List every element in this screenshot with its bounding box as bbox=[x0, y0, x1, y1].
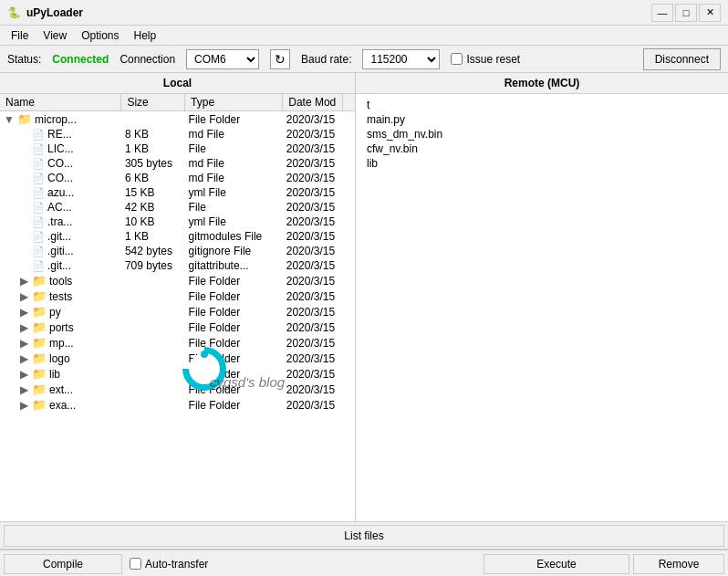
file-type: md File bbox=[185, 171, 283, 185]
table-row[interactable]: ▶📁libFile Folder2020/3/15 bbox=[0, 366, 355, 382]
expand-arrow-icon: ▶ bbox=[18, 306, 29, 319]
menu-view[interactable]: View bbox=[36, 27, 74, 44]
remove-button[interactable]: Remove bbox=[633, 554, 724, 574]
table-row[interactable]: 📄CO...305 bytesmd File2020/3/15 bbox=[0, 156, 355, 171]
file-size: 1 KB bbox=[121, 229, 185, 244]
file-type: File Folder bbox=[185, 273, 283, 288]
compile-button[interactable]: Compile bbox=[4, 554, 122, 574]
remote-tree[interactable]: tmain.pysms_dm_nv.bincfw_nv.binlib bbox=[356, 94, 728, 521]
table-row[interactable]: ▶📁logoFile Folder2020/3/15 bbox=[0, 351, 355, 366]
disconnect-button[interactable]: Disconnect bbox=[643, 48, 721, 70]
execute-button[interactable]: Execute bbox=[484, 554, 629, 574]
action-bar: Compile Auto-transfer Execute Remove bbox=[0, 550, 728, 576]
auto-transfer-label[interactable]: Auto-transfer bbox=[130, 558, 208, 571]
file-date: 2020/3/15 bbox=[283, 141, 343, 156]
table-row[interactable]: 📄.giti...542 bytesgitignore File2020/3/1… bbox=[0, 244, 355, 258]
file-icon: 📄 bbox=[32, 173, 45, 184]
file-date: 2020/3/15 bbox=[283, 171, 343, 185]
refresh-button[interactable]: ↻ bbox=[270, 49, 290, 69]
file-date: 2020/3/15 bbox=[283, 382, 343, 397]
watermark: cygsd's blog bbox=[210, 374, 285, 390]
menu-help[interactable]: Help bbox=[127, 27, 164, 44]
minimize-button[interactable]: — bbox=[651, 4, 673, 22]
expand-arrow-icon: ▶ bbox=[18, 399, 29, 412]
table-row[interactable]: ▶📁pyFile Folder2020/3/15 bbox=[0, 304, 355, 319]
file-date: 2020/3/15 bbox=[283, 127, 343, 141]
table-row[interactable]: ▶📁testsFile Folder2020/3/15 bbox=[0, 288, 355, 304]
file-date: 2020/3/15 bbox=[283, 397, 343, 413]
expand-arrow-icon: ▶ bbox=[18, 290, 29, 303]
table-row[interactable]: 📄azu...15 KByml File2020/3/15 bbox=[0, 185, 355, 200]
file-date: 2020/3/15 bbox=[283, 258, 343, 273]
connection-select[interactable]: COM6 bbox=[186, 49, 259, 69]
file-icon: 📄 bbox=[32, 231, 45, 243]
table-row[interactable]: ▶📁ext...File Folder2020/3/15 bbox=[0, 382, 355, 397]
status-bar: Status: Connected Connection COM6 ↻ Baud… bbox=[0, 46, 728, 73]
table-row[interactable]: 📄.tra...10 KByml File2020/3/15 bbox=[0, 215, 355, 229]
table-row[interactable]: 📄.git...709 bytesgitattribute...2020/3/1… bbox=[0, 258, 355, 273]
file-size: 542 bytes bbox=[121, 244, 185, 258]
file-date: 2020/3/15 bbox=[283, 200, 343, 215]
local-panel: Local Name Size Type Date Mod ▼📁microp..… bbox=[0, 73, 356, 521]
file-date: 2020/3/15 bbox=[283, 304, 343, 319]
file-name: lib bbox=[49, 368, 60, 381]
local-tree[interactable]: Name Size Type Date Mod ▼📁microp...File … bbox=[0, 94, 355, 521]
file-size bbox=[121, 382, 185, 397]
col-type: Type bbox=[185, 94, 283, 111]
table-row[interactable]: 📄RE...8 KBmd File2020/3/15 bbox=[0, 127, 355, 141]
baud-select[interactable]: 115200 bbox=[362, 49, 440, 69]
issue-reset-label[interactable]: Issue reset bbox=[451, 53, 520, 66]
file-name: ext... bbox=[49, 383, 73, 396]
remote-file-item[interactable]: sms_dm_nv.bin bbox=[363, 127, 721, 141]
folder-icon: 📁 bbox=[32, 351, 47, 365]
file-name: AC... bbox=[47, 201, 72, 214]
folder-icon: 📁 bbox=[32, 367, 47, 381]
file-size: 42 KB bbox=[121, 200, 185, 215]
auto-transfer-checkbox[interactable] bbox=[130, 558, 141, 570]
file-icon: 📄 bbox=[32, 158, 45, 170]
table-row[interactable]: 📄.git...1 KBgitmodules File2020/3/15 bbox=[0, 229, 355, 244]
issue-reset-text: Issue reset bbox=[466, 53, 520, 66]
close-button[interactable]: ✕ bbox=[699, 4, 721, 22]
table-row[interactable]: ▼📁microp...File Folder2020/3/15 bbox=[0, 111, 355, 128]
col-name: Name bbox=[0, 94, 121, 111]
maximize-button[interactable]: □ bbox=[675, 4, 697, 22]
remote-file-item[interactable]: main.py bbox=[363, 112, 721, 127]
file-name: .giti... bbox=[47, 245, 74, 257]
file-icon: 📄 bbox=[32, 187, 45, 199]
expand-arrow-icon: ▶ bbox=[18, 337, 29, 350]
file-size bbox=[121, 304, 185, 319]
table-row[interactable]: 📄CO...6 KBmd File2020/3/15 bbox=[0, 171, 355, 185]
remote-file-item[interactable]: lib bbox=[363, 156, 721, 171]
table-row[interactable]: ▶📁exa...File Folder2020/3/15 bbox=[0, 397, 355, 413]
issue-reset-checkbox[interactable] bbox=[451, 53, 463, 65]
remote-file-item[interactable]: cfw_nv.bin bbox=[363, 141, 721, 156]
table-row[interactable]: ▶📁mp...File Folder2020/3/15 bbox=[0, 335, 355, 351]
table-row[interactable]: 📄LIC...1 KBFile2020/3/15 bbox=[0, 141, 355, 156]
title-bar-controls: — □ ✕ bbox=[651, 4, 721, 22]
table-row[interactable]: 📄AC...42 KBFile2020/3/15 bbox=[0, 200, 355, 215]
folder-icon: 📁 bbox=[32, 305, 47, 319]
file-date: 2020/3/15 bbox=[283, 335, 343, 351]
app-icon: 🐍 bbox=[7, 6, 21, 19]
status-label: Status: bbox=[7, 53, 41, 66]
table-row[interactable]: ▶📁portsFile Folder2020/3/15 bbox=[0, 319, 355, 335]
file-size bbox=[121, 351, 185, 366]
list-files-button[interactable]: List files bbox=[4, 525, 724, 547]
file-date: 2020/3/15 bbox=[283, 111, 343, 128]
file-date: 2020/3/15 bbox=[283, 244, 343, 258]
file-name: py bbox=[49, 306, 61, 319]
file-tree-table: Name Size Type Date Mod ▼📁microp...File … bbox=[0, 94, 355, 413]
table-row[interactable]: ▶📁toolsFile Folder2020/3/15 bbox=[0, 273, 355, 288]
file-type: md File bbox=[185, 127, 283, 141]
file-tree-body: ▼📁microp...File Folder2020/3/15📄RE...8 K… bbox=[0, 111, 355, 414]
remote-file-item[interactable]: t bbox=[363, 98, 721, 112]
file-size: 10 KB bbox=[121, 215, 185, 229]
file-type: gitignore File bbox=[185, 244, 283, 258]
file-date: 2020/3/15 bbox=[283, 319, 343, 335]
file-type: yml File bbox=[185, 215, 283, 229]
folder-icon: 📁 bbox=[32, 398, 47, 412]
file-name: mp... bbox=[49, 337, 74, 350]
menu-file[interactable]: File bbox=[4, 27, 36, 44]
menu-options[interactable]: Options bbox=[74, 27, 126, 44]
